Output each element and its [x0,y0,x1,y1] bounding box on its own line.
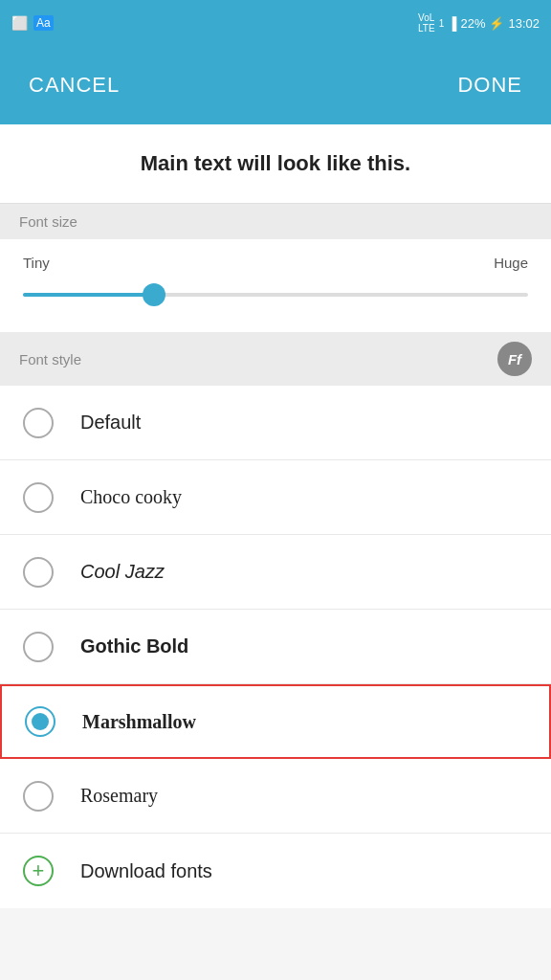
slider-track [23,293,528,297]
font-style-section-header: Font style Ff [0,332,551,386]
download-fonts-label: Download fonts [80,860,212,882]
font-style-list: Default Choco cooky Cool Jazz Gothic Bol… [0,386,551,834]
font-size-slider[interactable] [23,280,528,309]
font-item-default[interactable]: Default [0,386,551,460]
action-bar: CANCEL DONE [0,46,551,124]
font-icon: Aa [33,15,54,31]
font-name-cool-jazz: Cool Jazz [80,561,165,583]
font-size-label: Font size [19,213,77,230]
status-bar-right: VoLLTE 1 ▐ 22% ⚡ 13:02 [418,12,540,33]
download-fonts-item[interactable]: + Download fonts [0,834,551,908]
lte-icon: 1 [439,18,445,29]
status-bar-left: ⬜ Aa [11,15,54,31]
font-name-gothic-bold: Gothic Bold [80,635,188,657]
font-style-label: Font style [19,351,81,368]
font-name-choco-cooky: Choco cooky [80,486,182,508]
font-item-gothic-bold[interactable]: Gothic Bold [0,610,551,684]
radio-marshmallow[interactable] [25,706,55,737]
signal-icon: ▐ [448,16,456,31]
font-size-labels: Tiny Huge [23,255,528,271]
font-size-section: Tiny Huge [0,239,551,332]
vol-indicator: VoLLTE [418,12,435,33]
preview-text: Main text will look like this. [141,151,410,175]
font-name-rosemary: Rosemary [80,785,158,807]
slider-fill [23,293,154,297]
radio-gothic-bold[interactable] [23,632,54,662]
radio-default[interactable] [23,408,54,438]
done-button[interactable]: DONE [457,73,522,98]
font-item-cool-jazz[interactable]: Cool Jazz [0,535,551,610]
battery-icon: ⚡ [489,16,504,31]
font-item-rosemary[interactable]: Rosemary [0,759,551,834]
font-size-min-label: Tiny [23,255,50,271]
font-item-marshmallow[interactable]: Marshmallow [0,684,551,759]
radio-choco-cooky[interactable] [23,482,54,513]
time-display: 13:02 [508,16,540,31]
download-fonts-icon: + [23,856,54,886]
battery-text: 22% [460,16,485,31]
preview-area: Main text will look like this. [0,124,551,204]
font-item-choco-cooky[interactable]: Choco cooky [0,460,551,535]
font-size-section-header: Font size [0,204,551,239]
font-name-marshmallow: Marshmallow [82,711,196,733]
slider-thumb[interactable] [143,283,165,306]
font-size-max-label: Huge [494,255,528,271]
radio-inner-marshmallow [32,713,49,730]
radio-rosemary[interactable] [23,781,54,812]
font-style-icon[interactable]: Ff [497,342,532,376]
font-name-default: Default [80,412,141,434]
screenshot-icon: ⬜ [11,15,28,31]
radio-cool-jazz[interactable] [23,557,54,588]
status-bar: ⬜ Aa VoLLTE 1 ▐ 22% ⚡ 13:02 [0,0,551,46]
cancel-button[interactable]: CANCEL [29,73,120,98]
